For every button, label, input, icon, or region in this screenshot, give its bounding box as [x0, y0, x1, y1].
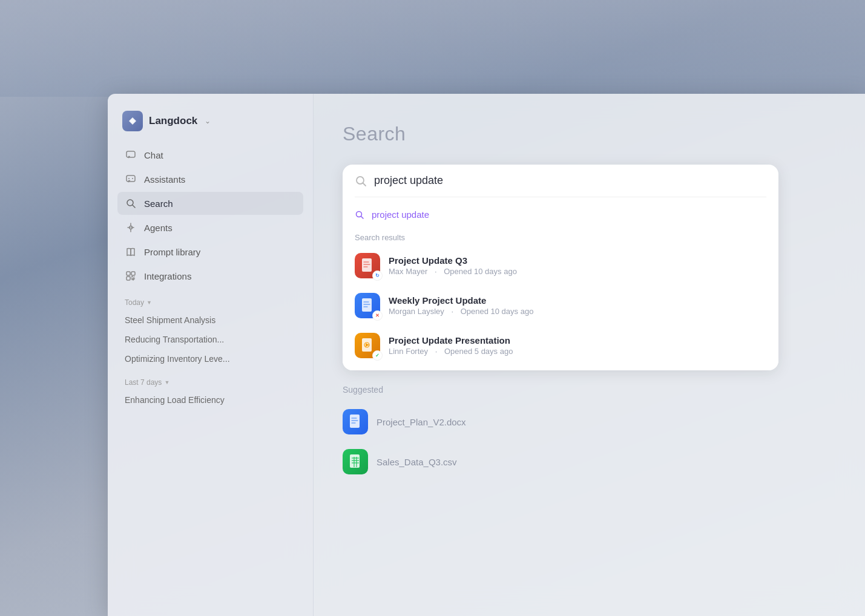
suggested-section: Suggested Project_Plan_V2.docx	[343, 385, 778, 482]
result-author: Morgan Laysley	[389, 307, 444, 316]
result-name: Project Update Presentation	[389, 335, 766, 346]
sidebar: Langdock ⌄ Chat	[108, 94, 314, 616]
result-opened: Opened 5 days ago	[444, 347, 513, 356]
result-icon-ppt: ✓	[355, 333, 380, 358]
assistants-icon	[125, 173, 137, 185]
chevron-down-icon[interactable]: ⌄	[205, 117, 211, 125]
bg-blur	[0, 0, 865, 97]
result-info-0: Project Update Q3 Max Mayer · Opened 10 …	[389, 255, 766, 276]
sidebar-item-assistants[interactable]: Assistants	[117, 168, 303, 191]
svg-point-7	[130, 226, 133, 229]
sidebar-item-search[interactable]: Search	[117, 192, 303, 215]
page-title: Search	[343, 123, 836, 145]
suggested-icon-doc	[343, 409, 368, 434]
result-item-1[interactable]: ✕ Weekly Project Update Morgan Laysley ·…	[343, 286, 778, 326]
sidebar-item-chat[interactable]: Chat	[117, 143, 303, 166]
history-item-steel[interactable]: Steel Shipment Analysis	[117, 310, 303, 330]
result-icon-doc: ✕	[355, 293, 380, 318]
svg-rect-9	[131, 272, 135, 275]
suggested-name-0: Project_Plan_V2.docx	[377, 417, 466, 427]
sidebar-item-label: Prompt library	[144, 247, 200, 257]
search-input-row: project update	[343, 165, 778, 197]
svg-rect-1	[127, 151, 135, 157]
chat-icon	[125, 149, 137, 161]
history-item-inventory[interactable]: Optimizing Inventory Leve...	[117, 349, 303, 369]
search-dropdown: project update Search results ↻	[343, 197, 778, 370]
sidebar-item-label: Agents	[144, 223, 173, 233]
dropdown-suggestion[interactable]: project update	[343, 202, 778, 227]
search-box: project update project update Search res…	[343, 165, 778, 370]
result-author: Max Mayer	[389, 267, 427, 276]
result-author: Linn Fortey	[389, 347, 428, 356]
result-item-2[interactable]: ✓ Project Update Presentation Linn Forte…	[343, 326, 778, 365]
suggested-name-1: Sales_Data_Q3.csv	[377, 457, 457, 467]
svg-point-0	[131, 119, 134, 123]
result-icon-pdf: ↻	[355, 253, 380, 278]
svg-line-17	[361, 216, 364, 218]
app-container: Langdock ⌄ Chat	[108, 94, 865, 616]
suggested-item-1[interactable]: Sales_Data_Q3.csv	[343, 442, 778, 482]
suggestion-search-icon	[355, 210, 364, 220]
result-name: Weekly Project Update	[389, 295, 766, 306]
result-info-2: Project Update Presentation Linn Fortey …	[389, 335, 766, 356]
history-item-transport[interactable]: Reducing Transportation...	[117, 330, 303, 349]
result-opened: Opened 10 days ago	[444, 267, 517, 276]
search-icon	[125, 197, 137, 209]
suggestion-text: project update	[372, 209, 429, 220]
sidebar-nav: Chat Assistants	[117, 143, 303, 289]
sidebar-item-label: Search	[144, 198, 173, 209]
sidebar-item-label: Assistants	[144, 174, 185, 185]
badge-overlay: ✕	[372, 310, 383, 321]
svg-rect-8	[127, 272, 130, 275]
svg-rect-22	[350, 414, 360, 428]
search-input-icon	[355, 175, 367, 187]
svg-point-3	[128, 178, 130, 179]
logo-row: Langdock ⌄	[117, 108, 303, 143]
section-last7: Last 7 days ▼	[117, 369, 303, 390]
result-info-1: Weekly Project Update Morgan Laysley · O…	[389, 295, 766, 316]
sidebar-item-integrations[interactable]: Integrations	[117, 264, 303, 287]
result-name: Project Update Q3	[389, 255, 766, 266]
svg-rect-18	[362, 258, 372, 272]
svg-line-6	[133, 205, 135, 208]
svg-rect-10	[127, 277, 130, 280]
sidebar-item-label: Chat	[144, 150, 163, 160]
sidebar-item-label: Integrations	[144, 271, 191, 281]
app-name: Langdock	[149, 115, 197, 127]
result-meta: Max Mayer · Opened 10 days ago	[389, 267, 766, 276]
suggested-icon-sheet	[343, 449, 368, 474]
result-meta: Morgan Laysley · Opened 10 days ago	[389, 307, 766, 316]
badge-overlay-ppt: ✓	[372, 350, 383, 361]
integrations-icon	[125, 270, 137, 282]
result-meta: Linn Fortey · Opened 5 days ago	[389, 347, 766, 356]
svg-line-15	[363, 183, 366, 186]
logo-icon	[122, 111, 143, 131]
agents-icon	[125, 221, 137, 234]
svg-rect-2	[127, 175, 135, 182]
suggested-item-0[interactable]: Project_Plan_V2.docx	[343, 402, 778, 442]
results-label: Search results	[343, 227, 778, 246]
result-item-0[interactable]: ↻ Project Update Q3 Max Mayer · Opened 1…	[343, 246, 778, 286]
result-opened: Opened 10 days ago	[461, 307, 534, 316]
svg-point-4	[132, 178, 133, 179]
suggested-label: Suggested	[343, 385, 778, 395]
svg-rect-19	[362, 298, 372, 312]
sidebar-item-agents[interactable]: Agents	[117, 216, 303, 239]
sidebar-item-prompt-library[interactable]: Prompt library	[117, 240, 303, 263]
section-today: Today ▼	[117, 289, 303, 310]
history-item-load[interactable]: Enhancing Load Efficiency	[117, 390, 303, 410]
svg-rect-23	[350, 454, 360, 468]
main-content: Search project update	[314, 94, 865, 616]
search-query[interactable]: project update	[374, 174, 766, 187]
book-icon	[125, 246, 137, 258]
